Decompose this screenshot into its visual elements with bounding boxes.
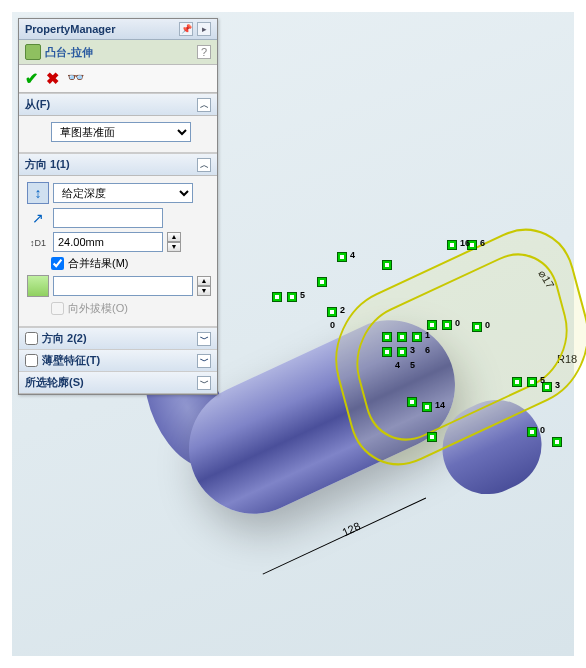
direction-arrow-icon: ↗ <box>32 210 44 226</box>
pm-title: PropertyManager <box>25 23 175 35</box>
end-condition-select[interactable]: 给定深度 <box>53 183 193 203</box>
chevron-up-icon[interactable]: ︿ <box>197 98 211 112</box>
from-condition-select[interactable]: 草图基准面 <box>51 122 191 142</box>
dir1-label: 方向 1(1) <box>25 157 70 172</box>
feature-name: 凸台-拉伸 <box>45 45 93 60</box>
boss-extrude-icon <box>25 44 41 60</box>
draft-outward-checkbox: 向外拔模(O) <box>51 301 128 316</box>
action-row: ✔ ✖ 👓 <box>19 65 217 93</box>
chevron-down-icon[interactable]: ﹀ <box>197 354 211 368</box>
cancel-button[interactable]: ✖ <box>46 69 59 88</box>
feature-title-row: 凸台-拉伸 ? <box>19 40 217 65</box>
reverse-arrow-icon: ↕ <box>35 185 42 201</box>
thin-label: 薄壁特征(T) <box>42 353 100 368</box>
dir2-label: 方向 2(2) <box>42 331 87 346</box>
property-manager-panel: PropertyManager 📌 ▸ 凸台-拉伸 ? ✔ ✖ 👓 从(F) ︿… <box>18 18 218 395</box>
chevron-up-icon[interactable]: ︿ <box>197 158 211 172</box>
expand-icon[interactable]: ▸ <box>197 22 211 36</box>
chevron-down-icon[interactable]: ﹀ <box>197 332 211 346</box>
thin-enable-checkbox[interactable] <box>25 354 38 367</box>
spin-down[interactable]: ▼ <box>167 242 181 252</box>
reverse-direction-button[interactable]: ↕ <box>27 182 49 204</box>
section-contours-header[interactable]: 所选轮廓(S) ﹀ <box>19 371 217 394</box>
section-thin-header[interactable]: 薄壁特征(T) ﹀ <box>19 349 217 371</box>
depth-icon: ↕D1 <box>30 238 46 248</box>
help-button[interactable]: ? <box>197 45 211 59</box>
draft-spinner[interactable]: ▲ ▼ <box>197 276 211 296</box>
detailed-preview-button[interactable]: 👓 <box>67 69 84 88</box>
section-dir1-header[interactable]: 方向 1(1) ︿ <box>19 153 217 176</box>
draft-angle-field[interactable] <box>53 276 193 296</box>
pushpin-icon[interactable]: 📌 <box>179 22 193 36</box>
dir2-enable-checkbox[interactable] <box>25 332 38 345</box>
draft-button[interactable] <box>27 275 49 297</box>
depth-input[interactable] <box>53 232 163 252</box>
pm-header: PropertyManager 📌 ▸ <box>19 19 217 40</box>
model-preview: 4 16 6 5 2 1 3 6 4 5 0 0 0 5 3 14 0 <box>212 202 572 582</box>
ok-button[interactable]: ✔ <box>25 69 38 88</box>
contours-label: 所选轮廓(S) <box>25 375 84 390</box>
spin-up[interactable]: ▲ <box>167 232 181 242</box>
merge-result-checkbox[interactable]: 合并结果(M) <box>51 256 129 271</box>
chevron-down-icon[interactable]: ﹀ <box>197 376 211 390</box>
direction-vector-field[interactable] <box>53 208 163 228</box>
from-label: 从(F) <box>25 97 50 112</box>
depth-spinner[interactable]: ▲ ▼ <box>167 232 181 252</box>
section-dir2-header[interactable]: 方向 2(2) ﹀ <box>19 327 217 349</box>
section-from-header[interactable]: 从(F) ︿ <box>19 93 217 116</box>
